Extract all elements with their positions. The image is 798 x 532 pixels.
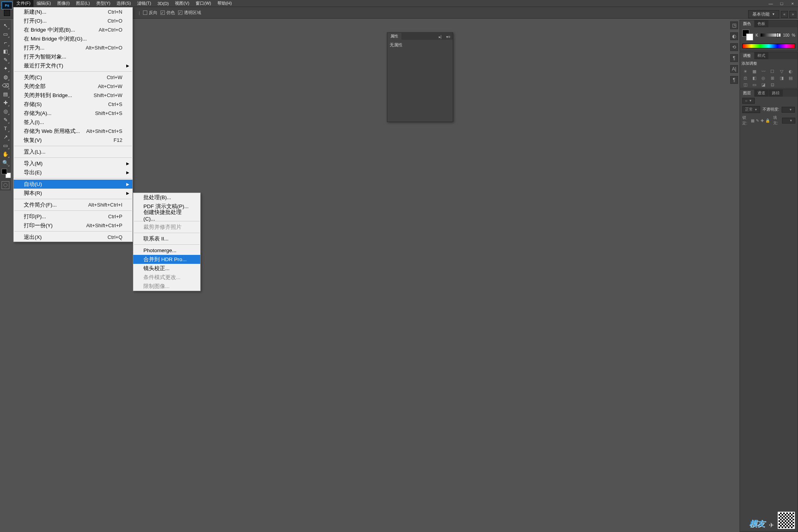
- menu-item[interactable]: 关闭全部Alt+Ctrl+W: [14, 82, 132, 91]
- tool-5[interactable]: ✦: [2, 64, 9, 72]
- fgbg-color[interactable]: [2, 169, 11, 178]
- tab-adjustments[interactable]: 调整: [740, 52, 754, 59]
- workspace-prev[interactable]: «: [781, 11, 788, 18]
- tab-properties[interactable]: 属性: [387, 33, 401, 40]
- menu-item[interactable]: 打印一份(Y)Alt+Shift+Ctrl+P: [14, 221, 132, 230]
- tool-0[interactable]: ↖: [2, 21, 9, 29]
- dock-icon-4[interactable]: A|: [730, 65, 738, 73]
- menu-item[interactable]: Photomerge...: [133, 246, 200, 255]
- menu-help[interactable]: 帮助(H): [214, 0, 235, 7]
- tab-paths[interactable]: 路径: [769, 90, 783, 97]
- menu-item[interactable]: 导出(E)▶: [14, 168, 132, 177]
- adj-invert-icon[interactable]: ◨: [779, 75, 785, 81]
- menu-item[interactable]: 在 Bridge 中浏览(B)...Alt+Ctrl+O: [14, 25, 132, 34]
- dock-icon-0[interactable]: ◳: [730, 21, 738, 29]
- tool-11[interactable]: ✎: [2, 116, 9, 124]
- tool-7[interactable]: ⌫: [2, 81, 9, 89]
- menu-item[interactable]: 签入(I)...: [14, 118, 132, 127]
- menu-item[interactable]: 存储为 Web 所用格式...Alt+Shift+Ctrl+S: [14, 127, 132, 136]
- window-close-button[interactable]: ×: [787, 0, 798, 7]
- blend-mode-dropdown[interactable]: 正常 ▼: [742, 106, 760, 113]
- tab-channels[interactable]: 通道: [754, 90, 768, 97]
- adj-selective-icon[interactable]: ◪: [760, 82, 766, 87]
- menu-window[interactable]: 窗口(W): [192, 0, 214, 7]
- menu-item[interactable]: 存储为(A)...Shift+Ctrl+S: [14, 109, 132, 118]
- menu-item[interactable]: 打开为...Alt+Shift+Ctrl+O: [14, 43, 132, 52]
- adj-brightness-icon[interactable]: ☀: [742, 69, 749, 74]
- option-dither[interactable]: ✓仿色: [161, 10, 175, 16]
- menu-view[interactable]: 视图(V): [172, 0, 192, 7]
- properties-panel[interactable]: 属性 ▸| ▾≡ 无属性: [387, 32, 453, 122]
- tab-color[interactable]: 颜色: [740, 20, 754, 27]
- dock-icon-2[interactable]: ⟲: [730, 43, 738, 51]
- tab-styles[interactable]: 样式: [754, 52, 768, 59]
- adj-posterize-icon[interactable]: ▤: [787, 75, 794, 81]
- menu-item[interactable]: 最近打开文件(T)▶: [14, 61, 132, 70]
- adj-lut-icon[interactable]: ⊡: [769, 82, 775, 87]
- menu-item[interactable]: 创建快捷批处理(C)...: [133, 211, 200, 220]
- dock-icon-3[interactable]: ¶: [730, 54, 738, 62]
- fill-input[interactable]: ▼: [782, 118, 795, 124]
- adj-exposure-icon[interactable]: ☐: [769, 69, 775, 74]
- menu-item[interactable]: 关闭(C)Ctrl+W: [14, 73, 132, 82]
- menu-item[interactable]: 镜头校正...: [133, 264, 200, 273]
- menu-item[interactable]: 脚本(R)▶: [14, 189, 132, 198]
- layers-filter[interactable]: ○ ▼: [742, 98, 755, 104]
- fgbg-swatch[interactable]: [742, 30, 753, 41]
- hue-bar[interactable]: [742, 44, 795, 48]
- menu-item[interactable]: 批处理(B)...: [133, 193, 200, 202]
- color-value[interactable]: 100: [783, 33, 789, 37]
- tool-9[interactable]: ✚: [2, 99, 9, 106]
- menu-item[interactable]: 存储(S)Ctrl+S: [14, 100, 132, 109]
- menu-item[interactable]: 导入(M)▶: [14, 159, 132, 168]
- menu-filter[interactable]: 滤镜(T): [134, 0, 154, 7]
- menu-item[interactable]: 关闭并转到 Bridge...Shift+Ctrl+W: [14, 91, 132, 100]
- window-maximize-button[interactable]: □: [776, 0, 787, 7]
- menu-type[interactable]: 类型(Y): [93, 0, 114, 7]
- adj-colorbalance-icon[interactable]: ⚖: [742, 75, 749, 81]
- panel-menu-icon[interactable]: ▾≡: [444, 34, 453, 40]
- menu-item[interactable]: 打印(P)...Ctrl+P: [14, 212, 132, 221]
- lock-pixels-icon[interactable]: ▦: [751, 118, 754, 123]
- tool-3[interactable]: ◧: [2, 47, 9, 55]
- menu-item[interactable]: 文件简介(F)...Alt+Shift+Ctrl+I: [14, 200, 132, 209]
- tool-10[interactable]: ◎: [2, 107, 9, 115]
- color-slider[interactable]: [761, 34, 781, 37]
- lock-all-icon[interactable]: 🔒: [765, 118, 770, 123]
- tab-swatches[interactable]: 色板: [754, 20, 768, 27]
- tool-6[interactable]: ◍: [2, 73, 9, 81]
- menu-item[interactable]: 退出(X)Ctrl+Q: [14, 233, 132, 242]
- menu-image[interactable]: 图像(I): [54, 0, 73, 7]
- menu-item[interactable]: 置入(L)...: [14, 147, 132, 156]
- option-reverse[interactable]: 反向: [143, 10, 157, 16]
- menu-item[interactable]: 恢复(V)F12: [14, 136, 132, 145]
- adj-threshold-icon[interactable]: ◫: [742, 82, 749, 87]
- workspace-button[interactable]: 基本功能▼: [748, 10, 779, 18]
- menu-file[interactable]: 文件(F): [13, 0, 34, 7]
- adj-vibrance-icon[interactable]: ▽: [779, 69, 785, 74]
- tool-1[interactable]: ▭: [2, 30, 9, 38]
- tool-12[interactable]: T: [2, 124, 9, 132]
- lock-position-icon[interactable]: ✚: [761, 118, 764, 123]
- tool-4[interactable]: ✎: [2, 56, 9, 64]
- menu-item[interactable]: 打开为智能对象...: [14, 52, 132, 61]
- menu-item[interactable]: 自动(U)▶: [14, 180, 132, 189]
- options-swatch[interactable]: [4, 10, 10, 16]
- menu-select[interactable]: 选择(S): [113, 0, 134, 7]
- menu-item[interactable]: 联系表 II...: [133, 234, 200, 243]
- tab-layers[interactable]: 图层: [740, 90, 754, 97]
- tool-14[interactable]: ▭: [2, 141, 9, 149]
- tool-16[interactable]: 🔍: [2, 159, 9, 166]
- lock-paint-icon[interactable]: ✎: [756, 118, 759, 123]
- window-minimize-button[interactable]: —: [765, 0, 776, 7]
- tool-13[interactable]: ↗: [2, 133, 9, 141]
- menu-item[interactable]: 在 Mini Bridge 中浏览(G)...: [14, 34, 132, 43]
- adj-hue-icon[interactable]: ◐: [787, 69, 794, 74]
- dock-icon-5[interactable]: ¶: [730, 76, 738, 84]
- adj-curves-icon[interactable]: 〰: [760, 69, 766, 74]
- adj-levels-icon[interactable]: ▦: [751, 69, 757, 74]
- workspace-next[interactable]: »: [789, 11, 796, 18]
- opacity-input[interactable]: ▼: [782, 107, 795, 113]
- menu-edit[interactable]: 编辑(E): [34, 0, 54, 7]
- tool-2[interactable]: ⌐: [2, 39, 9, 46]
